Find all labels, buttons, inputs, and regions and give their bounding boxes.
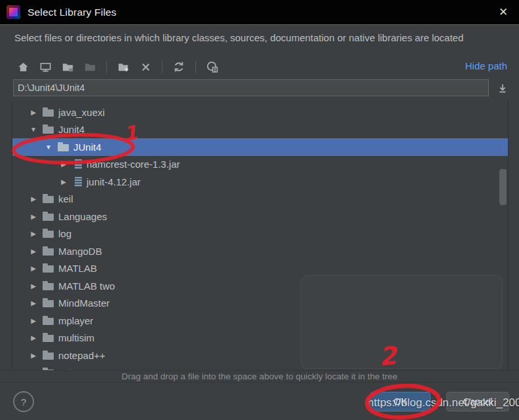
folder-icon [58,144,69,151]
tree-row[interactable]: ▼Junit4 [12,121,508,139]
expand-arrow-icon[interactable]: ▶ [28,352,39,359]
folder-icon [43,214,54,221]
tree-row[interactable]: ▶MangoDB [12,242,508,260]
tree-item-label: JUnit4 [73,142,107,153]
module-directory-icon [83,60,97,74]
collapse-arrow-icon[interactable]: ▼ [43,143,54,151]
dialog-subtitle: Select files or directories in which lib… [14,32,511,43]
file-chooser-toolbar [16,57,220,77]
show-hidden-files-icon[interactable] [205,60,220,74]
hide-path-link[interactable]: Hide path [465,60,507,71]
select-library-files-dialog: Select Library Files ✕ Select files or d… [0,0,519,420]
expand-arrow-icon[interactable]: ▶ [28,195,39,202]
folder-icon [43,109,54,117]
expand-arrow-icon[interactable]: ▶ [28,299,39,307]
tree-item-label: mplayer [58,315,98,326]
dialog-title: Select Library Files [28,7,117,18]
jar-icon [75,177,82,187]
expand-arrow-icon[interactable]: ▶ [28,213,39,220]
collapse-arrow-icon[interactable]: ▼ [28,126,39,133]
folder-icon [43,248,54,256]
help-button[interactable]: ? [13,391,34,412]
help-icon: ? [21,396,26,408]
intellij-idea-logo-icon [7,5,20,19]
drag-target-area [301,275,503,369]
toolbar-separator [162,61,163,73]
home-icon[interactable] [16,60,30,74]
tree-item-label: java_xuexi [58,107,110,118]
jar-icon [75,159,82,169]
expand-arrow-icon[interactable]: ▶ [28,265,39,272]
close-icon[interactable]: ✕ [496,5,510,20]
tree-item-label: multisim [58,332,100,343]
vertical-scrollbar[interactable] [499,169,507,205]
folder-icon [43,318,54,325]
folder-icon [43,231,54,238]
expand-arrow-icon[interactable]: ▶ [28,282,39,290]
folder-icon [43,265,54,273]
folder-icon [43,126,54,134]
folder-icon [43,283,54,290]
folder-icon [43,335,54,342]
tree-item-label: hamcrest-core-1.3.jar [86,159,185,170]
expand-arrow-icon[interactable]: ▶ [28,248,39,255]
tree-item-label: notepad++ [58,350,111,361]
new-folder-icon[interactable] [116,60,130,74]
watermark-text: https://blog.csdn.net/gakki_200 [368,396,519,410]
tree-row[interactable]: ▶log [12,225,508,243]
expand-arrow-icon[interactable]: ▶ [28,317,39,324]
title-bar: Select Library Files ✕ [0,0,519,25]
project-directory-icon[interactable] [60,60,75,74]
drag-hint-text: Drag and drop a file into the space abov… [0,370,519,382]
locate-path-icon[interactable] [495,82,510,95]
folder-icon [43,196,54,203]
toolbar-separator [195,61,196,73]
tree-item-label: junit-4.12.jar [86,176,146,187]
tree-row[interactable]: ▶junit-4.12.jar [12,173,508,191]
tree-item-label: MangoDB [58,246,107,257]
file-tree: ▶java_xuexi▼Junit4▼JUnit4▶hamcrest-core-… [12,101,509,370]
tree-row[interactable]: ▶keil [12,191,508,208]
expand-arrow-icon[interactable]: ▶ [28,109,39,116]
tree-item-label: MATLAB [58,263,102,274]
delete-icon[interactable] [138,60,153,74]
expand-arrow-icon[interactable]: ▶ [28,334,39,341]
tree-row[interactable]: ▶java_xuexi [12,104,508,121]
path-input-value: D:\Junit4\JUnit4 [14,83,85,93]
expand-arrow-icon[interactable]: ▶ [28,230,39,237]
tree-item-label: log [58,228,77,239]
folder-icon [43,300,54,307]
refresh-icon[interactable] [172,60,186,74]
tree-row[interactable]: ▼JUnit4 [12,138,508,156]
toolbar-separator [106,61,107,73]
tree-item-label: Junit4 [58,124,90,135]
tree-item-label: Languages [58,211,112,222]
tree-item-label: MATLAB two [58,280,120,292]
tree-row[interactable]: ▶hamcrest-core-1.3.jar [12,156,508,174]
tree-item-label: keil [58,193,79,204]
expand-arrow-icon[interactable]: ▶ [58,161,69,168]
expand-arrow-icon[interactable]: ▶ [58,178,69,185]
folder-icon [43,353,54,360]
path-input[interactable]: D:\Junit4\JUnit4 [13,79,489,96]
desktop-icon[interactable] [38,60,52,74]
tree-item-label: MindMaster [58,297,115,309]
tree-row[interactable]: ▶Languages [12,208,508,225]
